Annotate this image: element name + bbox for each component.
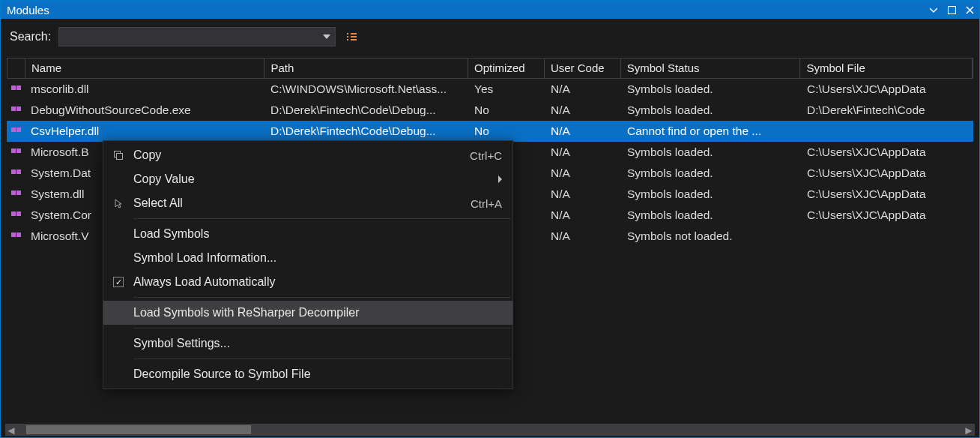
menu-select-all-shortcut: Ctrl+A [471, 197, 502, 210]
toolbar-action-icon[interactable] [343, 28, 360, 45]
cell-symbol-status: Symbols loaded. [621, 102, 801, 118]
svg-rect-0 [948, 6, 955, 14]
window-title: Modules [7, 4, 928, 16]
search-label: Search: [10, 30, 51, 44]
cell-user-code: N/A [545, 81, 621, 98]
cell-symbol-status: Symbols loaded. [621, 144, 801, 160]
cell-path: C:\WINDOWS\Microsoft.Net\ass... [264, 81, 468, 98]
menu-copy-value-label: Copy Value [133, 172, 498, 186]
cell-optimized: No [468, 102, 545, 118]
menu-separator [133, 358, 511, 359]
table-row[interactable]: CsvHelper.dllD:\Derek\Fintech\Code\Debug… [7, 121, 973, 142]
copy-icon [103, 150, 133, 160]
module-icon [7, 210, 25, 220]
cell-user-code: N/A [545, 228, 621, 244]
dropdown-caret-icon[interactable] [323, 34, 330, 39]
cell-user-code: N/A [545, 144, 621, 160]
menu-always-load[interactable]: ✓ Always Load Automatically [103, 270, 512, 294]
menu-decompile[interactable]: Decompile Source to Symbol File [103, 362, 512, 386]
menu-select-all-label: Select All [133, 196, 471, 210]
cell-path: D:\Derek\Fintech\Code\Debug... [264, 123, 468, 140]
table-row[interactable]: mscorlib.dllC:\WINDOWS\Microsoft.Net\ass… [7, 79, 973, 100]
close-icon[interactable] [964, 4, 975, 15]
cell-path: D:\Derek\Fintech\Code\Debug... [264, 102, 468, 118]
cell-symbol-file: C:\Users\XJC\AppData [801, 81, 973, 98]
cell-name: mscorlib.dll [25, 81, 264, 98]
cell-symbol-status: Symbols not loaded. [621, 228, 801, 244]
menu-symbol-settings[interactable]: Symbol Settings... [103, 332, 512, 356]
table-header: Name Path Optimized User Code Symbol Sta… [7, 58, 973, 79]
module-icon [7, 84, 25, 94]
menu-always-load-label: Always Load Automatically [133, 275, 502, 289]
cell-symbol-file: C:\Users\XJC\AppData [801, 207, 973, 224]
menu-load-symbols[interactable]: Load Symbols [103, 222, 512, 246]
cell-name: DebugWithoutSourceCode.exe [25, 102, 264, 118]
cell-user-code: N/A [545, 165, 621, 182]
titlebar: Modules [1, 1, 979, 19]
menu-copy-value[interactable]: Copy Value [103, 167, 512, 191]
cell-symbol-status: Symbols loaded. [621, 207, 801, 224]
scroll-thumb[interactable] [26, 425, 251, 434]
toolbar: Search: [1, 19, 979, 55]
cell-symbol-status: Cannot find or open the ... [621, 123, 801, 140]
cell-user-code: N/A [545, 123, 621, 140]
cursor-icon [103, 198, 133, 208]
menu-copy[interactable]: Copy Ctrl+C [103, 143, 512, 167]
table-row[interactable]: DebugWithoutSourceCode.exeD:\Derek\Finte… [7, 100, 973, 121]
cell-optimized: No [468, 123, 545, 140]
menu-load-resharper[interactable]: Load Symbols with ReSharper Decompiler [103, 301, 512, 325]
window-controls [928, 4, 975, 15]
module-icon [7, 231, 25, 242]
header-optimized[interactable]: Optimized [468, 58, 545, 78]
cell-optimized: Yes [468, 81, 545, 98]
menu-symbol-settings-label: Symbol Settings... [133, 337, 502, 350]
menu-load-resharper-label: Load Symbols with ReSharper Decompiler [133, 306, 502, 320]
cell-symbol-status: Symbols loaded. [621, 81, 801, 98]
maximize-icon[interactable] [946, 4, 957, 15]
menu-symbol-load-info[interactable]: Symbol Load Information... [103, 246, 512, 270]
header-name[interactable]: Name [25, 58, 264, 78]
cell-symbol-file: C:\Users\XJC\AppData [801, 186, 973, 202]
header-path[interactable]: Path [264, 58, 468, 78]
menu-copy-label: Copy [133, 148, 470, 162]
scroll-right-icon[interactable]: ► [963, 424, 975, 436]
cell-user-code: N/A [545, 102, 621, 118]
window-menu-icon[interactable] [928, 4, 939, 15]
header-symbol-file[interactable]: Symbol File [800, 58, 973, 78]
menu-copy-shortcut: Ctrl+C [470, 149, 502, 162]
module-icon [7, 105, 25, 116]
cell-user-code: N/A [545, 186, 621, 202]
scroll-left-icon[interactable]: ◄ [5, 424, 17, 436]
svg-rect-8 [117, 154, 123, 160]
menu-separator [133, 297, 511, 298]
module-icon [7, 168, 25, 178]
header-symbol-status[interactable]: Symbol Status [621, 58, 801, 78]
cell-symbol-status: Symbols loaded. [621, 165, 801, 182]
cell-symbol-file: C:\Users\XJC\AppData [801, 165, 973, 182]
module-icon [7, 189, 25, 200]
menu-decompile-label: Decompile Source to Symbol File [133, 368, 502, 381]
horizontal-scrollbar[interactable]: ◄ ► [5, 424, 975, 436]
menu-load-symbols-label: Load Symbols [133, 227, 502, 241]
cell-symbol-status: Symbols loaded. [621, 186, 801, 202]
menu-separator [133, 218, 511, 219]
menu-select-all[interactable]: Select All Ctrl+A [103, 191, 512, 215]
menu-symbol-load-info-label: Symbol Load Information... [133, 251, 502, 265]
module-icon [7, 147, 25, 158]
check-icon: ✓ [113, 277, 124, 287]
cell-user-code: N/A [545, 207, 621, 224]
search-input[interactable] [58, 27, 336, 46]
header-user-code[interactable]: User Code [545, 58, 621, 78]
cell-symbol-file [801, 130, 973, 133]
modules-window: Modules Search: Name Path Optimized User… [0, 0, 980, 438]
cell-symbol-file: D:\Derek\Fintech\Code [801, 102, 973, 118]
header-icon-col[interactable] [7, 58, 25, 78]
context-menu: Copy Ctrl+C Copy Value Select All Ctrl+A… [103, 140, 513, 389]
submenu-arrow-icon [498, 176, 502, 183]
module-icon [7, 126, 25, 136]
cell-name: CsvHelper.dll [25, 123, 264, 140]
menu-separator [133, 328, 511, 328]
cell-symbol-file [801, 235, 973, 238]
cell-symbol-file: C:\Users\XJC\AppData [801, 144, 973, 160]
